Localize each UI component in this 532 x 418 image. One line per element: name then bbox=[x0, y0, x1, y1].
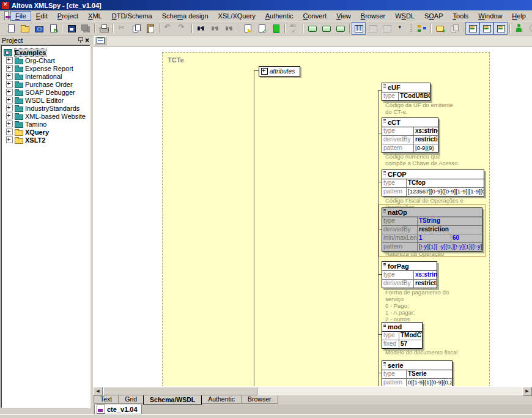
schema-element-forpag[interactable]: forPagtypexs:stringderivedByrestriction bbox=[382, 261, 437, 288]
expand-icon[interactable] bbox=[6, 105, 13, 111]
expand-icon[interactable] bbox=[6, 81, 13, 88]
menu-schema-design[interactable]: Schema design bbox=[157, 11, 213, 21]
expand-icon[interactable] bbox=[6, 121, 13, 127]
scroll-right-button[interactable]: ▶ bbox=[522, 387, 532, 396]
authentic-view-button[interactable] bbox=[512, 22, 526, 35]
menu-file[interactable]: File bbox=[10, 11, 31, 21]
tree-item-industrystandards[interactable]: IndustryStandards bbox=[1, 104, 90, 112]
copy-button[interactable] bbox=[129, 22, 143, 35]
property-row-derivedby[interactable]: derivedByrestriction bbox=[382, 135, 438, 144]
undo-button[interactable] bbox=[161, 22, 175, 35]
attributes-node[interactable]: attributes bbox=[259, 66, 300, 77]
expand-icon[interactable] bbox=[6, 65, 13, 72]
menu-authentic[interactable]: Authentic bbox=[260, 11, 298, 21]
menu-project[interactable]: Project bbox=[53, 11, 83, 21]
save-file-button[interactable] bbox=[64, 22, 78, 35]
open-file-button[interactable] bbox=[18, 22, 32, 35]
menu-help[interactable]: Help bbox=[507, 11, 531, 21]
horizontal-scrollbar[interactable]: ◀ ▶ bbox=[93, 386, 532, 395]
property-row-pattern[interactable]: pattern[0-9]{9} bbox=[382, 144, 438, 152]
property-row-type[interactable]: typexs:string bbox=[382, 271, 437, 279]
validate-button[interactable] bbox=[254, 22, 268, 35]
display-option-3-button[interactable] bbox=[493, 22, 508, 35]
print-button[interactable] bbox=[97, 22, 111, 35]
tree-item-soap-debugger[interactable]: SOAP Debugger bbox=[1, 88, 90, 96]
property-row-type[interactable]: typeTModCT bbox=[382, 332, 422, 340]
expand-icon[interactable] bbox=[6, 97, 13, 103]
property-row-type[interactable]: typexs:string bbox=[382, 127, 438, 135]
go-to-definition-button[interactable] bbox=[268, 22, 283, 35]
spelling-button[interactable] bbox=[287, 22, 301, 35]
property-row-derivedby[interactable]: derivedByrestriction bbox=[382, 225, 482, 234]
property-row-type[interactable]: typeTCodUfIBGE bbox=[382, 92, 430, 100]
property-row-fixed[interactable]: fixed57 bbox=[382, 340, 422, 348]
schema-element-mod[interactable]: modtypeTModCTfixed57 bbox=[382, 322, 423, 349]
reload-file-button[interactable] bbox=[46, 22, 60, 35]
schema-item-2-button[interactable] bbox=[319, 22, 333, 35]
property-row-type[interactable]: typeTSerie bbox=[382, 370, 452, 378]
scroll-left-button[interactable]: ◀ bbox=[93, 387, 103, 396]
toolbar-overflow-button[interactable] bbox=[394, 22, 408, 35]
property-row-pattern[interactable]: pattern0|[1-9]{1}[0-9]{0,2} bbox=[382, 378, 452, 386]
schema-element-cfop[interactable]: CFOPtypeTCfoppattern[123567][0-9]([0-9][… bbox=[382, 170, 484, 196]
expand-icon[interactable] bbox=[6, 57, 13, 64]
menubar-grip[interactable] bbox=[2, 12, 2, 20]
expand-icon[interactable] bbox=[6, 136, 13, 143]
tree-item-xml-based-website[interactable]: XML-based Website bbox=[1, 112, 90, 120]
tree-item-purchase-order[interactable]: Purchase Order bbox=[1, 80, 90, 88]
menu-convert[interactable]: Convert bbox=[298, 11, 332, 21]
property-row-derivedby[interactable]: derivedByrestriction bbox=[382, 279, 437, 288]
window-view-2-button[interactable] bbox=[380, 22, 394, 35]
tree-item-expense-report[interactable]: Expense Report bbox=[1, 64, 90, 72]
schema-element-serie[interactable]: serietypeTSeriepattern0|[1-9]{1}[0-9]{0,… bbox=[382, 360, 453, 386]
schema-canvas[interactable]: TCTe attributes cUFtypeTCodUfIBGECódigo … bbox=[93, 47, 532, 386]
expand-icon[interactable] bbox=[6, 113, 13, 119]
menu-xml[interactable]: XML bbox=[83, 11, 107, 21]
display-option-2-button[interactable] bbox=[479, 22, 493, 35]
check-well-formedness-button[interactable] bbox=[240, 22, 254, 35]
view-tab-authentic[interactable]: Authentic bbox=[201, 395, 242, 404]
pin-icon[interactable] bbox=[78, 37, 83, 43]
tree-item-xquery[interactable]: XQuery bbox=[1, 128, 90, 136]
schema-element-cct[interactable]: cCTtypexs:stringderivedByrestrictionpatt… bbox=[382, 118, 438, 153]
display-option-1-button[interactable] bbox=[465, 22, 479, 35]
schema-item-3-button[interactable] bbox=[333, 22, 347, 35]
tree-item-international[interactable]: International bbox=[1, 72, 90, 80]
menu-wsdl[interactable]: WSDL bbox=[390, 11, 419, 21]
property-row-type[interactable]: typeTCfop bbox=[382, 179, 484, 187]
document-tab[interactable]: cte_v1.04 bbox=[94, 405, 142, 414]
schema-item-1-button[interactable] bbox=[305, 22, 319, 35]
expand-attributes-icon[interactable] bbox=[261, 68, 268, 75]
expand-icon[interactable] bbox=[6, 89, 13, 95]
scrollbar-thumb[interactable] bbox=[103, 387, 257, 395]
menu-dtd-schema[interactable]: DTD/Schema bbox=[107, 11, 157, 21]
cut-button[interactable] bbox=[115, 22, 129, 35]
view-tab-schema-wsdl[interactable]: Schema/WSDL bbox=[143, 395, 202, 405]
schema-element-natop[interactable]: natOptypeTStringderivedByrestrictionmin/… bbox=[382, 207, 482, 252]
document-system-icon[interactable] bbox=[4, 11, 9, 20]
close-icon[interactable]: × bbox=[85, 37, 89, 43]
schema-display-button[interactable] bbox=[94, 36, 106, 45]
expand-icon[interactable] bbox=[6, 73, 13, 80]
replace-button[interactable] bbox=[222, 22, 236, 35]
schema-design-settings-button[interactable] bbox=[415, 22, 429, 35]
menu-xsl-xquery[interactable]: XSL/XQuery bbox=[213, 11, 260, 21]
menu-soap[interactable]: SOAP bbox=[419, 11, 448, 21]
menu-tools[interactable]: Tools bbox=[448, 11, 474, 21]
view-tab-text[interactable]: Text bbox=[94, 395, 119, 404]
expand-icon[interactable] bbox=[6, 129, 13, 135]
tree-item-org-chart[interactable]: Org-Chart bbox=[1, 56, 90, 64]
new-file-button[interactable] bbox=[4, 22, 18, 35]
tree-item-xslt2[interactable]: XSLT2 bbox=[1, 136, 90, 144]
menu-browser[interactable]: Browser bbox=[356, 11, 390, 21]
property-row-min-maxlen[interactable]: min/maxLen160 bbox=[382, 234, 482, 242]
tree-item-tamino[interactable]: Tamino bbox=[1, 120, 90, 128]
copy-definition-button[interactable] bbox=[447, 22, 461, 35]
browser-preview-button[interactable] bbox=[526, 22, 532, 35]
redo-button[interactable] bbox=[175, 22, 190, 35]
menu-edit[interactable]: Edit bbox=[31, 11, 53, 21]
view-tab-browser[interactable]: Browser bbox=[241, 395, 278, 404]
find-button[interactable] bbox=[194, 22, 208, 35]
property-row-pattern[interactable]: pattern[!-ÿ]{1}[ -ÿ]{0,}[!-ÿ]{1}|[!-ÿ]..… bbox=[382, 242, 482, 251]
save-all-button[interactable] bbox=[78, 22, 92, 35]
